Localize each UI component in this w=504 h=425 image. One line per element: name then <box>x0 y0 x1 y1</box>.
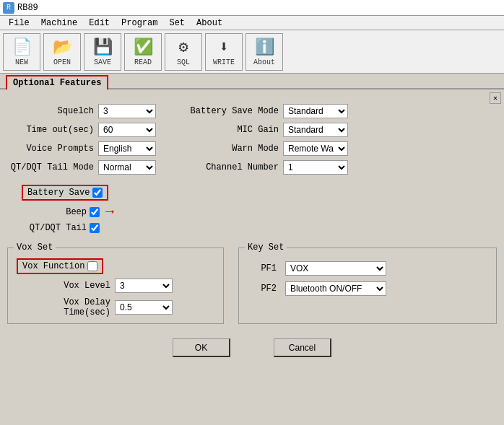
menubar: File Machine Edit Program Set About <box>0 16 504 30</box>
qt-dqt-tail-checkbox[interactable] <box>90 223 100 233</box>
red-arrow-icon: → <box>105 203 114 220</box>
form-grid: Squelch 31245 Time out(sec) 603090120 Vo… <box>7 104 497 233</box>
toolbar-btn-open[interactable]: 📂 OPEN <box>43 33 81 71</box>
optional-features-tab[interactable]: Optional Features <box>6 75 108 89</box>
toolbar-btn-new[interactable]: 📄 NEW <box>3 33 40 71</box>
menu-set[interactable]: Set <box>163 17 191 30</box>
toolbar-btn-read[interactable]: ✅ READ <box>124 33 162 71</box>
toolbar-btn-save-label: SAVE <box>94 58 111 66</box>
beep-checkbox[interactable] <box>90 207 100 217</box>
write-icon: ⬇️ <box>219 38 228 57</box>
squelch-select[interactable]: 31245 <box>98 104 156 118</box>
main-window: ✕ Squelch 31245 Time out(sec) 603090120 <box>0 89 504 425</box>
toolbar-btn-about[interactable]: ℹ️ About <box>246 33 283 71</box>
menu-program[interactable]: Program <box>116 17 163 30</box>
new-icon: 📄 <box>12 38 32 57</box>
warn-mode-row: Warn Mode Remote WaLocalBoth <box>170 141 348 156</box>
vox-function-checkbox[interactable] <box>87 261 97 271</box>
battery-save-mode-label: Battery Save Mode <box>170 106 279 116</box>
qt-dqt-tail-row: QT/DQT Tail Mode Normal120°180°240° <box>7 160 156 175</box>
mic-gain-select[interactable]: StandardHighLow <box>283 123 348 137</box>
bottom-buttons: OK Cancel <box>7 338 497 357</box>
open-icon: 📂 <box>53 38 72 57</box>
menu-machine[interactable]: Machine <box>35 17 83 30</box>
vox-content: Vox Function Vox Level 31245 Vox Delay T… <box>17 258 214 317</box>
vox-section-title: Vox Set <box>14 242 56 253</box>
qt-dqt-tail-label: QT/DQT Tail Mode <box>7 162 94 172</box>
qt-dqt-tail-check-label: QT/DQT Tail <box>22 223 87 233</box>
beep-row: Beep → <box>22 203 156 220</box>
read-icon: ✅ <box>134 38 153 57</box>
mic-gain-row: MIC Gain StandardHighLow <box>170 123 348 137</box>
key-section: Key Set PF1 VOXMonitorScan PF2 Bluetooth… <box>238 247 497 324</box>
voice-prompts-select[interactable]: EnglishChineseOff <box>98 141 156 156</box>
battery-save-row: Battery Save <box>22 185 156 201</box>
cancel-button[interactable]: Cancel <box>274 338 331 357</box>
toolbar-btn-open-label: OPEN <box>53 58 71 66</box>
key-content: PF1 VOXMonitorScan PF2 Bluetooth ON/OFFV… <box>248 261 487 296</box>
squelch-row: Squelch 31245 <box>7 104 156 118</box>
tab-label: Optional Features <box>13 78 101 88</box>
battery-save-box: Battery Save <box>22 185 108 201</box>
pf2-label: PF2 <box>248 284 277 294</box>
timeout-select[interactable]: 603090120 <box>98 123 156 137</box>
sql-icon: ⚙️ <box>178 38 188 57</box>
mic-gain-label: MIC Gain <box>170 125 279 135</box>
vox-delay-row: Vox Delay Time(sec) 0.51.01.52.0 <box>17 297 214 317</box>
battery-save-mode-select[interactable]: StandardSuperOff <box>283 104 348 118</box>
channel-number-label: Channel Number <box>170 162 279 172</box>
channel-number-row: Channel Number 1234 <box>170 160 348 175</box>
qt-dqt-tail-check-row: QT/DQT Tail <box>22 223 156 233</box>
toolbar-btn-sql-label: SQL <box>177 58 190 66</box>
warn-mode-label: Warn Mode <box>170 144 279 154</box>
battery-save-mode-row: Battery Save Mode StandardSuperOff <box>170 104 348 118</box>
vox-section: Vox Set Vox Function Vox Level 31245 <box>7 247 224 324</box>
vox-delay-select[interactable]: 0.51.01.52.0 <box>115 300 173 315</box>
qt-dqt-tail-select[interactable]: Normal120°180°240° <box>98 160 156 175</box>
channel-number-select[interactable]: 1234 <box>283 160 348 175</box>
window-title: RB89 <box>17 3 38 13</box>
toolbar-btn-write-label: WRITE <box>213 58 235 66</box>
title-bar: R RB89 <box>0 0 504 16</box>
pf1-select[interactable]: VOXMonitorScan <box>285 261 386 276</box>
right-column: Battery Save Mode StandardSuperOff MIC G… <box>170 104 348 233</box>
warn-mode-select[interactable]: Remote WaLocalBoth <box>283 141 348 156</box>
menu-file[interactable]: File <box>3 17 35 30</box>
toolbar-btn-about-label: About <box>253 58 275 66</box>
toolbar-btn-new-label: NEW <box>15 58 28 66</box>
toolbar-btn-sql[interactable]: ⚙️ SQL <box>165 33 202 71</box>
save-icon: 💾 <box>93 38 113 57</box>
vox-function-row: Vox Function <box>17 258 214 274</box>
toolbar-btn-read-label: READ <box>134 58 152 66</box>
sections-row: Vox Set Vox Function Vox Level 31245 <box>7 240 497 324</box>
menu-about[interactable]: About <box>191 17 228 30</box>
beep-label: Beep <box>22 207 87 217</box>
battery-save-checkbox[interactable] <box>92 188 103 198</box>
pf1-label: PF1 <box>248 263 277 273</box>
vox-function-box: Vox Function <box>17 258 103 274</box>
toolbar-btn-save[interactable]: 💾 SAVE <box>84 33 121 71</box>
tab-row: Optional Features <box>0 74 504 89</box>
voice-prompts-row: Voice Prompts EnglishChineseOff <box>7 141 156 156</box>
key-section-title: Key Set <box>245 242 287 253</box>
toolbar: 📄 NEW 📂 OPEN 💾 SAVE ✅ READ ⚙️ SQL ⬇️ WRI… <box>0 30 504 74</box>
timeout-row: Time out(sec) 603090120 <box>7 123 156 137</box>
checkboxes-section: Battery Save Beep → QT/DQT Tail <box>7 185 156 233</box>
voice-prompts-label: Voice Prompts <box>7 144 94 154</box>
pf1-row: PF1 VOXMonitorScan <box>248 261 487 276</box>
timeout-label: Time out(sec) <box>7 125 94 135</box>
pf2-row: PF2 Bluetooth ON/OFFVOXMonitor <box>248 281 487 296</box>
vox-delay-label: Vox Delay Time(sec) <box>17 297 110 317</box>
ok-button[interactable]: OK <box>173 338 230 357</box>
close-button[interactable]: ✕ <box>490 92 501 104</box>
pf2-select[interactable]: Bluetooth ON/OFFVOXMonitor <box>285 281 386 296</box>
toolbar-btn-write[interactable]: ⬇️ WRITE <box>205 33 243 71</box>
left-column: Squelch 31245 Time out(sec) 603090120 Vo… <box>7 104 156 233</box>
vox-level-select[interactable]: 31245 <box>115 279 173 293</box>
squelch-label: Squelch <box>7 106 94 116</box>
vox-function-label: Vox Function <box>22 261 84 271</box>
about-icon: ℹ️ <box>255 38 274 57</box>
menu-edit[interactable]: Edit <box>83 17 116 30</box>
vox-level-row: Vox Level 31245 <box>17 279 214 293</box>
battery-save-label: Battery Save <box>27 188 90 198</box>
